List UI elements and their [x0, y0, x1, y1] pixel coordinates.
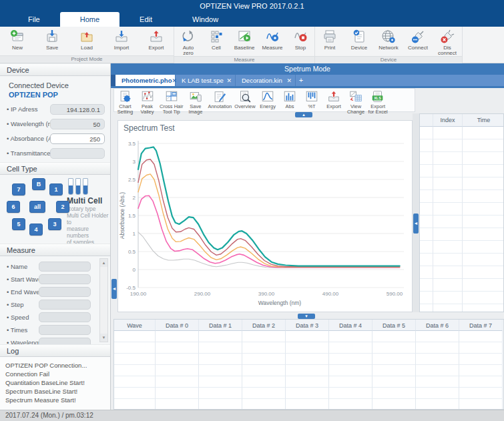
ribbon-button-stop[interactable]: Stop: [286, 28, 314, 51]
log-panel-body: OPTIZEN POP Connection...Connection Fail…: [0, 357, 110, 410]
table-header-cell-wave: Wave: [114, 320, 156, 331]
table-cell: [242, 399, 286, 410]
device-field-wavelength-mm: • Wavelength (mm)50: [0, 119, 110, 129]
chart-toolbar-button-export[interactable]: Export: [323, 89, 345, 109]
ribbon-button-baseline[interactable]: Baseline: [230, 28, 258, 51]
cell-button-4[interactable]: 4: [29, 224, 43, 236]
document-tab-k-lab-test-spe[interactable]: K LAB test.spe✕: [176, 75, 236, 86]
menu-tab-home[interactable]: Home: [60, 12, 119, 27]
scroll-up-icon[interactable]: ▲: [100, 259, 107, 267]
measure-field-input-start-wave[interactable]: [39, 274, 91, 284]
cell-button-7[interactable]: 7: [12, 183, 25, 195]
chart-toolbar-button-export-for-excel[interactable]: XLSExport for Excel: [367, 89, 389, 114]
table-row: [420, 254, 503, 266]
table-row: [114, 342, 503, 354]
chart-toolbar-button-label: Annotation: [208, 104, 232, 109]
cell-button-3[interactable]: 3: [48, 218, 61, 230]
sidebar: Device Connected Device OPTIZEN POP • IP…: [0, 63, 111, 410]
menu-tab-file[interactable]: File: [8, 12, 60, 27]
tab-close-icon[interactable]: ✕: [286, 77, 292, 84]
new-tab-button[interactable]: +: [296, 75, 306, 86]
collapse-table-button[interactable]: ▼: [298, 314, 315, 319]
table-cell: [199, 342, 242, 354]
ribbon-button-import[interactable]: Import: [104, 28, 139, 51]
menu-tab-edit[interactable]: Edit: [119, 12, 172, 27]
ribbon-button-cell[interactable]: Cell: [202, 28, 230, 51]
chart-toolbar-button-abs[interactable]: Abs: [279, 89, 301, 109]
log-entry: Quantitation BaseLine Start!: [5, 378, 105, 387]
ribbon-button-label: Measure: [258, 45, 286, 51]
table-cell: [114, 399, 156, 410]
measure-field-step: • Step: [0, 300, 97, 310]
ribbon-button-device[interactable]: Device: [344, 28, 374, 51]
table-cell: [420, 139, 433, 152]
table-cell: [433, 279, 463, 292]
ribbon-button-measure[interactable]: Measure: [258, 28, 286, 51]
ribbon-button-connect[interactable]: Connect: [403, 28, 433, 51]
measure-field-input-times[interactable]: [39, 325, 91, 335]
measure-field-input-speed[interactable]: [39, 312, 91, 322]
table-row: [420, 165, 503, 177]
chart-toolbar-button-annotation[interactable]: Annotation: [206, 89, 233, 109]
stop-icon: [292, 29, 308, 45]
cell-button-1[interactable]: 1: [49, 183, 63, 195]
cell-button-b[interactable]: B: [32, 178, 45, 190]
ribbon-button-dis-connect[interactable]: Dis connect: [433, 28, 462, 56]
svg-text:0.5: 0.5: [128, 249, 136, 255]
ribbon-button-load[interactable]: Load: [69, 28, 104, 51]
chart-toolbar-button-save-image[interactable]: Save Image: [184, 89, 206, 114]
device-field-input-absorbance-abs[interactable]: 250: [50, 133, 105, 144]
cell-button-5[interactable]: 5: [12, 218, 25, 230]
measure-field-wavelength: • Wavelength: [0, 338, 97, 344]
table-cell: [114, 365, 156, 376]
measure-field-input-end-wave[interactable]: [39, 287, 91, 297]
chart-toolbar-button-chart-setting[interactable]: Chart Setting: [114, 89, 136, 114]
multi-cell-description-line: measure numbers: [67, 226, 110, 239]
ribbon-button-print[interactable]: Print: [315, 28, 344, 51]
ribbon-button-label: Device: [344, 45, 374, 51]
measure-field-times: • Times: [0, 325, 97, 336]
measure-scrollbar[interactable]: ▲ ▼: [99, 258, 108, 342]
measure-field-input-wavelength[interactable]: [39, 338, 91, 344]
table-cell: [286, 388, 329, 399]
chart-toolbar-button-%t[interactable]: %T: [301, 89, 323, 109]
splitter-collapse-left-icon[interactable]: ◄: [413, 214, 419, 234]
scroll-down-icon[interactable]: ▼: [100, 334, 107, 342]
collapse-toolbar-button[interactable]: ▲: [295, 112, 312, 117]
table-row: [114, 388, 503, 399]
document-tab-decoration-kin[interactable]: Decoration.kin✕: [236, 75, 296, 86]
chart-toolbar-button-view-change[interactable]: View Change: [345, 89, 367, 114]
chart-toolbar-button-energy[interactable]: Energy: [257, 89, 279, 109]
table-header-cell-data-4: Data # 4: [329, 320, 372, 331]
document-tab-photometric-pho[interactable]: Photometric.pho✕: [115, 75, 176, 86]
menu-tab-window[interactable]: Window: [172, 12, 238, 27]
table-header-cell-index: Index: [433, 114, 463, 127]
measure-field-input-name[interactable]: [39, 262, 91, 272]
table-header-cell-data-0: Data # 0: [156, 320, 199, 331]
ribbon-button-auto-zero[interactable]: Auto zero: [174, 28, 202, 56]
device-field-absorbance-abs: • Absorbance (Abs)250: [0, 133, 110, 144]
cell-button-2[interactable]: 2: [56, 201, 69, 213]
connect-icon: [410, 29, 426, 45]
chart-toolbar-button-cross-hair-tool-tip[interactable]: Cross Hair Tool Tip: [158, 89, 184, 114]
table-row: [114, 399, 503, 410]
ribbon-button-export[interactable]: Export: [139, 28, 174, 51]
sidebar-splitter-handle[interactable]: ◄: [111, 279, 117, 299]
ribbon-button-new[interactable]: New: [0, 28, 35, 51]
table-row: [420, 216, 503, 228]
chart-toolbar-button-label: Energy: [258, 104, 278, 109]
cell-button-6[interactable]: 6: [7, 201, 20, 213]
tab-close-icon[interactable]: ✕: [226, 77, 232, 84]
chart-toolbar-button-overview[interactable]: Overview: [233, 89, 256, 109]
cell-button-all[interactable]: all: [29, 201, 45, 213]
table-cell: [416, 342, 459, 354]
device-field-transmittance-%t: • Transmittance (%T): [0, 148, 110, 159]
table-cell: [433, 228, 463, 241]
ribbon-button-network[interactable]: Network: [374, 28, 403, 51]
table-cell: [242, 365, 286, 376]
spectrum-chart-plot[interactable]: -0.500.511.522.533.5190.00290.00390.0049…: [118, 137, 412, 313]
tab-close-icon[interactable]: ✕: [172, 77, 177, 84]
measure-field-input-step[interactable]: [39, 300, 91, 310]
chart-toolbar-button-peak-valley[interactable]: Peak Valley: [136, 89, 158, 114]
ribbon-button-save[interactable]: Save: [35, 28, 69, 51]
